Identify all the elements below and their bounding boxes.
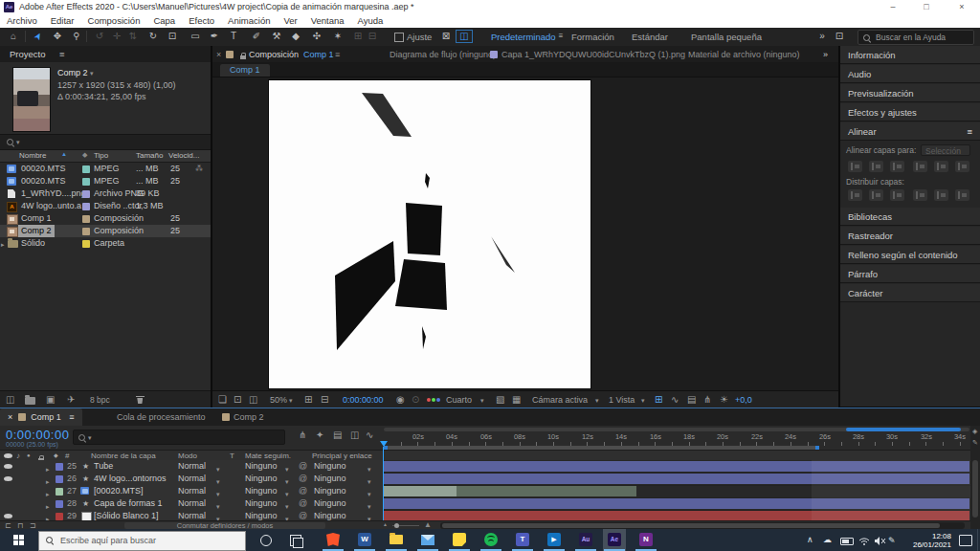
- tab-close-icon[interactable]: ×: [216, 50, 221, 59]
- taskbar-clock[interactable]: 12:08 26/01/2021: [896, 532, 951, 549]
- viewer-tabs-overflow-icon[interactable]: »: [823, 50, 828, 59]
- maximize-button[interactable]: □: [914, 0, 939, 14]
- timeline-panel-menu-icon[interactable]: ≡: [69, 412, 74, 422]
- matte-dropdown[interactable]: Ninguno: [245, 485, 278, 497]
- project-row-solidos-folder[interactable]: ▸ Sólido Carpeta: [0, 237, 211, 250]
- time-navigator-handle[interactable]: [846, 428, 961, 431]
- panel-informacion[interactable]: Información: [840, 46, 980, 64]
- selected-item-name[interactable]: Comp 2: [57, 68, 88, 77]
- exposure-reset-icon[interactable]: ☀: [720, 394, 728, 405]
- panel-efectos[interactable]: Efectos y ajustes preestablecidos: [840, 103, 980, 121]
- pickwhip-icon[interactable]: @: [299, 460, 307, 473]
- column-tipo[interactable]: Tipo: [94, 151, 108, 160]
- project-settings-icon[interactable]: ✈: [67, 395, 75, 405]
- matte-dropdown[interactable]: Ninguno: [245, 473, 278, 485]
- workspace-menu-icon[interactable]: ≡: [553, 30, 568, 43]
- shy-layers-icon[interactable]: ▤: [333, 430, 342, 440]
- trash-icon[interactable]: [136, 395, 145, 404]
- layer-name[interactable]: Capa de formas 1: [94, 497, 163, 510]
- menu-efecto[interactable]: Efecto: [182, 14, 221, 27]
- column-velocidad[interactable]: Velocid...: [168, 151, 199, 160]
- snap-link-icon[interactable]: ⊠: [438, 30, 454, 43]
- label-chip[interactable]: [82, 240, 90, 248]
- panel-previsualizacion[interactable]: Previsualización: [840, 84, 980, 102]
- taskbar-search-box[interactable]: Escribe aquí para buscar: [38, 531, 246, 551]
- always-preview-icon[interactable]: ❏: [218, 394, 227, 405]
- timeline-search-box[interactable]: ▾: [73, 430, 285, 445]
- composition-mini-flowchart-icon[interactable]: ⋔: [299, 430, 306, 440]
- mask-toggle-icon[interactable]: ⊟: [321, 394, 328, 405]
- label-chip[interactable]: [82, 165, 90, 173]
- workspace-overflow-icon[interactable]: »: [814, 30, 830, 43]
- label-chip[interactable]: [82, 203, 90, 210]
- tab-layer[interactable]: Capa 1_WRhYDQUWU00idCUnvkTbzQ (1).png: [501, 50, 685, 59]
- windows-ink-pen-icon[interactable]: ✎: [888, 536, 896, 545]
- zoom-tool-icon[interactable]: ⚲: [69, 30, 84, 43]
- workspace-tab-predeterminado[interactable]: Predeterminado: [491, 31, 556, 43]
- transparency-grid-icon[interactable]: ▦: [512, 394, 521, 405]
- taskbar-app-word[interactable]: W: [353, 529, 376, 551]
- mode-dropdown[interactable]: Normal: [178, 473, 206, 485]
- menu-archivo[interactable]: Archivo: [0, 14, 44, 27]
- clone-stamp-tool-icon[interactable]: ⚒: [269, 30, 284, 43]
- magnification-value[interactable]: 50%: [270, 395, 287, 405]
- align-top-icon[interactable]: [913, 161, 927, 172]
- layer-row-00020-mts[interactable]: ▸ 27 [00020.MTS] Normal▾ Ninguno▾ @ Ning…: [0, 485, 383, 498]
- mask-visibility-icon[interactable]: ◫: [456, 30, 473, 43]
- align-center-h-icon[interactable]: [869, 161, 883, 172]
- rectangle-tool-icon[interactable]: ▭: [188, 30, 203, 43]
- close-button[interactable]: ×: [949, 0, 974, 14]
- tab-composicion-compname[interactable]: Comp 1: [303, 50, 334, 59]
- layer-label-chip[interactable]: [56, 463, 63, 471]
- timeline-zoom-knob[interactable]: [394, 523, 399, 528]
- align-panel-menu-icon[interactable]: ≡: [967, 122, 972, 141]
- grid-guides-icon[interactable]: ⊞: [304, 394, 312, 405]
- label-column-icon[interactable]: ◆: [82, 151, 87, 159]
- layer-label-chip[interactable]: [56, 500, 63, 508]
- view-camera-caret-icon[interactable]: ▾: [595, 397, 599, 405]
- taskbar-app-spotify[interactable]: [479, 529, 502, 551]
- project-row-comp1[interactable]: Comp 1 Composición 25: [0, 212, 211, 225]
- project-row-00020-mts-1[interactable]: 00020.MTS MPEG ... MB 25 ⁂: [0, 163, 211, 175]
- parent-dropdown[interactable]: Ninguno: [314, 497, 346, 510]
- tab-close-icon[interactable]: ×: [8, 412, 12, 422]
- new-folder-icon[interactable]: [25, 397, 35, 405]
- comp-marker-pen-icon[interactable]: ✎: [972, 439, 978, 447]
- visibility-eye-icon[interactable]: [4, 464, 12, 469]
- wifi-icon[interactable]: [858, 537, 870, 545]
- timeline-timecode[interactable]: 0:00:00:00: [6, 428, 69, 442]
- panel-parrafo[interactable]: Párrafo: [840, 265, 980, 283]
- label-chip[interactable]: [82, 190, 90, 198]
- type-tool-icon[interactable]: T: [226, 30, 241, 43]
- volume-muted-icon[interactable]: [875, 537, 887, 545]
- align-left-icon[interactable]: [848, 161, 862, 172]
- mode-dropdown[interactable]: Normal: [178, 485, 206, 497]
- selection-tool-icon[interactable]: ➤: [29, 27, 48, 47]
- timeline-vertical-scrollbar[interactable]: ◈ ✎: [970, 426, 980, 529]
- roto-brush-tool-icon[interactable]: ✣: [309, 30, 324, 43]
- taskbar-app-after-effects[interactable]: Ae: [603, 529, 626, 551]
- menu-editar[interactable]: Editar: [44, 14, 81, 27]
- pickwhip-icon[interactable]: @: [299, 497, 307, 510]
- pickwhip-icon[interactable]: @: [299, 473, 307, 485]
- scroll-thumb[interactable]: [972, 460, 978, 518]
- column-nombre[interactable]: Nombre: [19, 151, 46, 160]
- minimize-button[interactable]: –: [880, 0, 905, 14]
- taskbar-app-sticky-notes[interactable]: [448, 529, 471, 551]
- workspace-switcher-icon[interactable]: ⊡: [832, 30, 847, 43]
- label-chip[interactable]: [82, 215, 90, 223]
- battery-icon[interactable]: [840, 538, 854, 545]
- start-button[interactable]: [0, 529, 34, 551]
- align-right-icon[interactable]: [890, 161, 904, 172]
- menu-animacion[interactable]: Animación: [221, 14, 277, 27]
- comp-marker-icon[interactable]: ◈: [972, 428, 977, 435]
- parent-dropdown[interactable]: Ninguno: [314, 473, 346, 485]
- lock-icon[interactable]: [240, 55, 246, 59]
- panel-relleno[interactable]: Relleno según el contenido: [840, 246, 980, 264]
- project-panel-menu-icon[interactable]: ≡: [59, 49, 65, 59]
- panel-audio[interactable]: Audio: [840, 65, 980, 83]
- taskbar-app-movies-tv[interactable]: ▶: [543, 529, 566, 551]
- unified-camera-tool-icon[interactable]: ⊡: [165, 30, 180, 43]
- timeline-tab-render-queue[interactable]: Cola de procesamiento: [117, 412, 206, 422]
- expand-chevron-icon[interactable]: ▸: [1, 238, 5, 251]
